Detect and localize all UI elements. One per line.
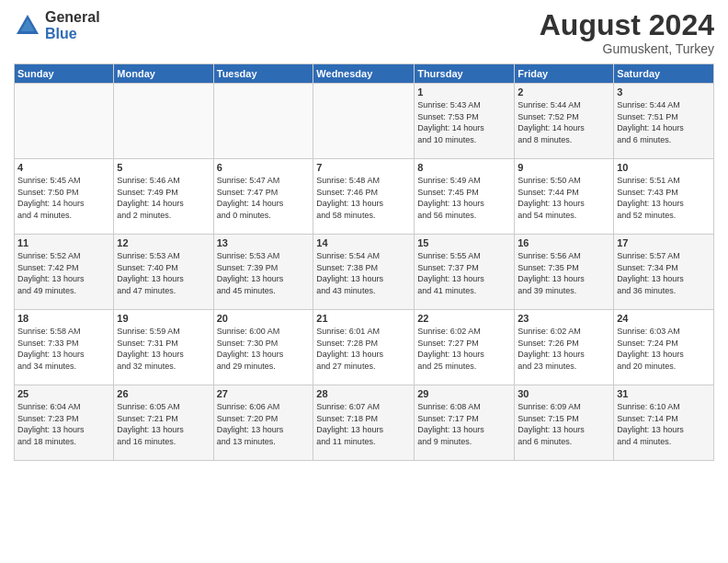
- calendar-cell: 29Sunrise: 6:08 AM Sunset: 7:17 PM Dayli…: [415, 385, 515, 461]
- calendar-week-row: 18Sunrise: 5:58 AM Sunset: 7:33 PM Dayli…: [15, 310, 714, 385]
- page: General Blue August 2024 Gumuskent, Turk…: [0, 0, 728, 563]
- day-info: Sunrise: 6:06 AM Sunset: 7:20 PM Dayligh…: [217, 401, 311, 447]
- calendar-cell: 10Sunrise: 5:51 AM Sunset: 7:43 PM Dayli…: [614, 159, 714, 235]
- day-info: Sunrise: 5:49 AM Sunset: 7:45 PM Dayligh…: [417, 175, 511, 221]
- day-number: 16: [518, 237, 610, 248]
- day-number: 19: [117, 313, 210, 324]
- calendar-cell: 3Sunrise: 5:44 AM Sunset: 7:51 PM Daylig…: [614, 84, 714, 159]
- day-info: Sunrise: 6:02 AM Sunset: 7:26 PM Dayligh…: [518, 326, 610, 372]
- logo-general-text: General: [45, 9, 100, 26]
- day-number: 2: [518, 86, 610, 98]
- day-info: Sunrise: 6:08 AM Sunset: 7:17 PM Dayligh…: [417, 401, 511, 447]
- day-number: 10: [617, 162, 711, 173]
- day-number: 3: [617, 86, 711, 98]
- calendar-day-header: Saturday: [614, 64, 714, 84]
- calendar-cell: 22Sunrise: 6:02 AM Sunset: 7:27 PM Dayli…: [415, 310, 515, 385]
- day-info: Sunrise: 5:43 AM Sunset: 7:53 PM Dayligh…: [417, 99, 511, 145]
- calendar-cell: [313, 84, 415, 159]
- day-info: Sunrise: 6:07 AM Sunset: 7:18 PM Dayligh…: [316, 401, 411, 447]
- calendar-cell: 12Sunrise: 5:53 AM Sunset: 7:40 PM Dayli…: [114, 235, 213, 310]
- calendar-cell: 21Sunrise: 6:01 AM Sunset: 7:28 PM Dayli…: [313, 310, 415, 385]
- day-info: Sunrise: 5:50 AM Sunset: 7:44 PM Dayligh…: [518, 175, 610, 221]
- day-number: 13: [217, 237, 311, 248]
- day-number: 24: [617, 313, 711, 324]
- day-number: 31: [617, 388, 711, 399]
- day-info: Sunrise: 6:10 AM Sunset: 7:14 PM Dayligh…: [617, 401, 711, 447]
- day-number: 7: [316, 162, 411, 173]
- calendar-cell: 15Sunrise: 5:55 AM Sunset: 7:37 PM Dayli…: [415, 235, 515, 310]
- header: General Blue August 2024 Gumuskent, Turk…: [14, 9, 714, 56]
- day-info: Sunrise: 5:59 AM Sunset: 7:31 PM Dayligh…: [117, 326, 210, 372]
- calendar-cell: 18Sunrise: 5:58 AM Sunset: 7:33 PM Dayli…: [15, 310, 114, 385]
- day-number: 5: [117, 162, 210, 173]
- day-info: Sunrise: 6:05 AM Sunset: 7:21 PM Dayligh…: [117, 401, 210, 447]
- calendar-cell: 26Sunrise: 6:05 AM Sunset: 7:21 PM Dayli…: [114, 385, 213, 461]
- day-info: Sunrise: 5:54 AM Sunset: 7:38 PM Dayligh…: [316, 250, 411, 296]
- calendar-cell: 19Sunrise: 5:59 AM Sunset: 7:31 PM Dayli…: [114, 310, 213, 385]
- calendar-day-header: Sunday: [15, 64, 114, 84]
- calendar-day-header: Friday: [515, 64, 614, 84]
- calendar-cell: 13Sunrise: 5:53 AM Sunset: 7:39 PM Dayli…: [213, 235, 313, 310]
- calendar-cell: 31Sunrise: 6:10 AM Sunset: 7:14 PM Dayli…: [614, 385, 714, 461]
- day-info: Sunrise: 5:46 AM Sunset: 7:49 PM Dayligh…: [117, 175, 210, 221]
- subtitle: Gumuskent, Turkey: [540, 41, 714, 56]
- day-info: Sunrise: 5:44 AM Sunset: 7:51 PM Dayligh…: [617, 99, 711, 145]
- day-number: 23: [518, 313, 610, 324]
- calendar-day-header: Wednesday: [313, 64, 415, 84]
- day-info: Sunrise: 5:44 AM Sunset: 7:52 PM Dayligh…: [518, 99, 610, 145]
- calendar-table: SundayMondayTuesdayWednesdayThursdayFrid…: [14, 63, 714, 461]
- calendar-week-row: 11Sunrise: 5:52 AM Sunset: 7:42 PM Dayli…: [15, 235, 714, 310]
- calendar-cell: 16Sunrise: 5:56 AM Sunset: 7:35 PM Dayli…: [515, 235, 614, 310]
- day-info: Sunrise: 5:48 AM Sunset: 7:46 PM Dayligh…: [316, 175, 411, 221]
- calendar-cell: 14Sunrise: 5:54 AM Sunset: 7:38 PM Dayli…: [313, 235, 415, 310]
- day-info: Sunrise: 5:51 AM Sunset: 7:43 PM Dayligh…: [617, 175, 711, 221]
- main-title: August 2024: [540, 9, 714, 41]
- calendar-cell: 27Sunrise: 6:06 AM Sunset: 7:20 PM Dayli…: [213, 385, 313, 461]
- logo-icon: [14, 12, 41, 40]
- calendar-cell: 30Sunrise: 6:09 AM Sunset: 7:15 PM Dayli…: [515, 385, 614, 461]
- calendar-cell: 23Sunrise: 6:02 AM Sunset: 7:26 PM Dayli…: [515, 310, 614, 385]
- calendar-week-row: 1Sunrise: 5:43 AM Sunset: 7:53 PM Daylig…: [15, 84, 714, 159]
- calendar-cell: 11Sunrise: 5:52 AM Sunset: 7:42 PM Dayli…: [15, 235, 114, 310]
- calendar-cell: 9Sunrise: 5:50 AM Sunset: 7:44 PM Daylig…: [515, 159, 614, 235]
- calendar-day-header: Thursday: [415, 64, 515, 84]
- day-number: 30: [518, 388, 610, 399]
- calendar-cell: [114, 84, 213, 159]
- logo-text: General Blue: [45, 9, 100, 41]
- calendar-cell: 2Sunrise: 5:44 AM Sunset: 7:52 PM Daylig…: [515, 84, 614, 159]
- day-info: Sunrise: 5:56 AM Sunset: 7:35 PM Dayligh…: [518, 250, 610, 296]
- logo-blue-text: Blue: [45, 26, 100, 42]
- calendar-cell: 5Sunrise: 5:46 AM Sunset: 7:49 PM Daylig…: [114, 159, 213, 235]
- day-number: 18: [17, 313, 110, 324]
- day-number: 20: [217, 313, 311, 324]
- calendar-cell: 25Sunrise: 6:04 AM Sunset: 7:23 PM Dayli…: [15, 385, 114, 461]
- day-number: 29: [417, 388, 511, 399]
- day-number: 6: [217, 162, 311, 173]
- day-number: 27: [217, 388, 311, 399]
- day-info: Sunrise: 5:53 AM Sunset: 7:39 PM Dayligh…: [217, 250, 311, 296]
- day-info: Sunrise: 5:57 AM Sunset: 7:34 PM Dayligh…: [617, 250, 711, 296]
- day-number: 8: [417, 162, 511, 173]
- day-info: Sunrise: 5:45 AM Sunset: 7:50 PM Dayligh…: [17, 175, 110, 221]
- calendar-cell: 20Sunrise: 6:00 AM Sunset: 7:30 PM Dayli…: [213, 310, 313, 385]
- day-info: Sunrise: 6:09 AM Sunset: 7:15 PM Dayligh…: [518, 401, 610, 447]
- day-number: 4: [17, 162, 110, 173]
- calendar-cell: [213, 84, 313, 159]
- calendar-cell: 28Sunrise: 6:07 AM Sunset: 7:18 PM Dayli…: [313, 385, 415, 461]
- day-number: 1: [417, 86, 511, 98]
- calendar-cell: 24Sunrise: 6:03 AM Sunset: 7:24 PM Dayli…: [614, 310, 714, 385]
- day-number: 21: [316, 313, 411, 324]
- day-number: 12: [117, 237, 210, 248]
- day-info: Sunrise: 6:01 AM Sunset: 7:28 PM Dayligh…: [316, 326, 411, 372]
- day-info: Sunrise: 5:55 AM Sunset: 7:37 PM Dayligh…: [417, 250, 511, 296]
- day-number: 11: [17, 237, 110, 248]
- calendar-cell: 8Sunrise: 5:49 AM Sunset: 7:45 PM Daylig…: [415, 159, 515, 235]
- logo: General Blue: [14, 9, 100, 41]
- calendar-cell: 17Sunrise: 5:57 AM Sunset: 7:34 PM Dayli…: [614, 235, 714, 310]
- day-info: Sunrise: 5:52 AM Sunset: 7:42 PM Dayligh…: [17, 250, 110, 296]
- calendar-header-row: SundayMondayTuesdayWednesdayThursdayFrid…: [15, 64, 714, 84]
- day-info: Sunrise: 5:53 AM Sunset: 7:40 PM Dayligh…: [117, 250, 210, 296]
- day-info: Sunrise: 6:03 AM Sunset: 7:24 PM Dayligh…: [617, 326, 711, 372]
- day-info: Sunrise: 6:02 AM Sunset: 7:27 PM Dayligh…: [417, 326, 511, 372]
- day-info: Sunrise: 5:58 AM Sunset: 7:33 PM Dayligh…: [17, 326, 110, 372]
